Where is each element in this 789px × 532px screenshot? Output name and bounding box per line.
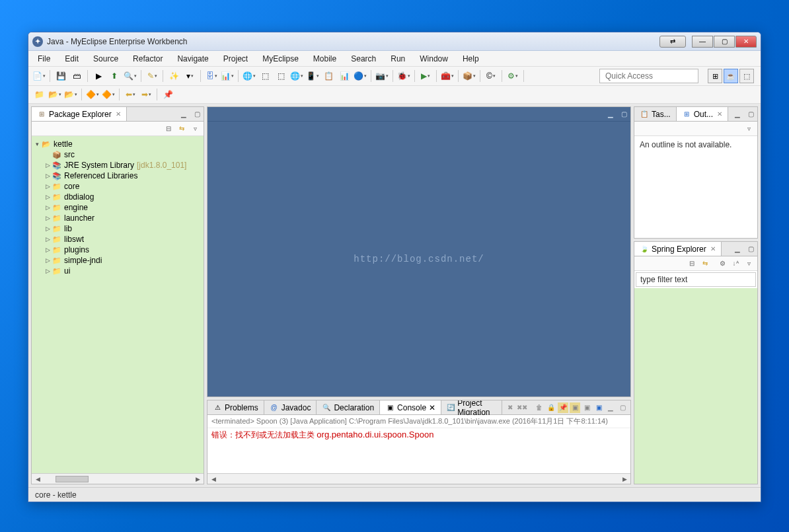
new-package-button[interactable]: 📦 (463, 69, 476, 83)
spring-filter-icon[interactable]: ⚙ (716, 258, 728, 270)
tree-node-JRE System Library[interactable]: ▷📚JRE System Library[jdk1.8.0_101] (33, 160, 202, 171)
spring-button[interactable]: ⬚ (274, 69, 287, 83)
menu-source[interactable]: Source (87, 52, 125, 65)
ext-tools-button[interactable]: 🧰 (441, 69, 454, 83)
package-explorer-tab[interactable]: ⊞ Package Explorer ✕ (32, 107, 127, 121)
pin-console-icon[interactable]: 📌 (558, 402, 568, 413)
minimize-view-icon[interactable]: ▁ (178, 109, 189, 120)
browser-button[interactable]: 🌐 (243, 69, 256, 83)
deploy-button[interactable]: ⬆ (108, 69, 121, 83)
problems-tab[interactable]: ⚠Problems (207, 400, 264, 414)
swap-button[interactable]: ⇄ (659, 36, 686, 48)
launch-button[interactable]: ▶ (92, 69, 105, 83)
tree-node-launcher[interactable]: ▷📁launcher (33, 213, 202, 223)
display-console-icon[interactable]: ▣ (570, 402, 580, 413)
link-editor-icon[interactable]: ⇆ (176, 123, 188, 135)
scroll-left-icon[interactable]: ◀ (209, 476, 218, 482)
back-button[interactable]: ⬅ (124, 88, 137, 101)
pin-button[interactable]: 📌 (161, 88, 174, 101)
outline-min-icon[interactable]: ▁ (732, 109, 743, 120)
tasks-tab[interactable]: 📋Tas... (634, 107, 677, 121)
console-min-icon[interactable]: ▁ (605, 402, 616, 413)
menu-mobile[interactable]: Mobile (307, 52, 343, 65)
menu-refactor[interactable]: Refactor (126, 52, 169, 65)
console-scrollbar[interactable]: ◀ ▶ (207, 473, 630, 484)
annotation-prev-icon[interactable]: 🔶 (102, 88, 115, 101)
expander-icon[interactable]: ▷ (44, 194, 52, 200)
outline-menu-icon[interactable]: ▿ (743, 123, 755, 135)
outline-tab[interactable]: ⊞Out...✕ (677, 107, 728, 121)
horizontal-scrollbar[interactable]: ◀ ▶ (32, 473, 204, 484)
expander-icon[interactable]: ▷ (44, 215, 52, 221)
app-button[interactable]: 📱 (306, 69, 319, 83)
close-icon[interactable]: ✕ (710, 245, 716, 252)
tree-node-dbdialog[interactable]: ▷📁dbdialog (33, 192, 202, 202)
spring-sort-icon[interactable]: ↓ᴬ (730, 258, 741, 270)
tree-node-engine[interactable]: ▷📁engine (33, 202, 202, 213)
debug-button[interactable]: 🐞 (397, 69, 410, 83)
close-icon[interactable]: ✕ (717, 110, 722, 118)
open-type-button[interactable]: ✎ (145, 69, 159, 83)
tree-node-src[interactable]: 📦src (33, 149, 202, 160)
expander-icon[interactable]: ▷ (44, 257, 52, 264)
menu-edit[interactable]: Edit (58, 52, 85, 65)
menu-navigate[interactable]: Navigate (170, 52, 215, 65)
menu-window[interactable]: Window (413, 52, 455, 65)
expander-icon[interactable]: ▷ (44, 268, 52, 274)
spring-link-icon[interactable]: ⇆ (699, 258, 711, 270)
expander-icon[interactable]: ▷ (44, 162, 52, 169)
j2ee-button[interactable]: 📊 (338, 69, 351, 83)
menu-file[interactable]: File (31, 52, 57, 65)
expander-icon[interactable]: ▷ (44, 247, 52, 253)
tree-node-plugins[interactable]: ▷📁plugins (33, 245, 202, 255)
spring-menu-icon[interactable]: ▿ (743, 258, 755, 270)
minimize-button[interactable]: — (692, 36, 713, 48)
wand-button[interactable]: ✨ (167, 69, 180, 83)
tree-node-simple-jndi[interactable]: ▷📁simple-jndi (33, 255, 202, 266)
new-class-button[interactable]: © (484, 69, 498, 83)
console-max-icon[interactable]: ▢ (617, 402, 628, 413)
menu-search[interactable]: Search (344, 52, 383, 65)
scroll-right-icon[interactable]: ▶ (620, 476, 629, 482)
scroll-left-icon[interactable]: ◀ (33, 476, 42, 482)
remove-launch-icon[interactable]: ✖ (505, 402, 515, 413)
new-button[interactable]: 📄 (32, 69, 46, 83)
spring-max-icon[interactable]: ▢ (745, 244, 756, 254)
server-button[interactable]: 🗄 (205, 69, 218, 83)
import-icon[interactable]: 📂 (64, 88, 77, 101)
scroll-right-icon[interactable]: ▶ (193, 476, 202, 482)
save-all-button[interactable]: 🗃 (70, 69, 83, 83)
close-button[interactable]: ✕ (735, 36, 757, 48)
editor-maximize-icon[interactable]: ▢ (619, 109, 629, 120)
tree-node-Referenced Libraries[interactable]: ▷📚Referenced Libraries (33, 171, 202, 181)
maximize-view-icon[interactable]: ▢ (192, 109, 202, 120)
outline-max-icon[interactable]: ▢ (745, 109, 756, 120)
spring-filter-input[interactable] (636, 272, 756, 287)
camera-button[interactable]: 📷 (375, 69, 389, 83)
menu-run[interactable]: Run (384, 52, 412, 65)
report-button[interactable]: 📋 (322, 69, 335, 83)
search-toolbar-button[interactable]: 🔍 (124, 69, 137, 83)
myeclipse-perspective-button[interactable]: ⬚ (739, 69, 754, 83)
tree-node-ui[interactable]: ▷📁ui (33, 266, 202, 276)
new-project-icon[interactable]: 📁 (32, 88, 46, 101)
editor-minimize-icon[interactable]: ▁ (605, 109, 616, 120)
project-label[interactable]: kettle (54, 139, 73, 149)
remove-all-icon[interactable]: ✖✖ (517, 402, 527, 413)
declaration-tab[interactable]: 🔍Declaration (317, 400, 380, 414)
console-tab[interactable]: ▣Console✕ (380, 400, 441, 414)
expander-icon[interactable]: ▷ (44, 236, 52, 243)
close-icon[interactable]: ✕ (429, 403, 435, 412)
open-console-icon[interactable]: ▣ (582, 402, 592, 413)
tree-project-root[interactable]: ▾📂kettle (33, 139, 202, 149)
tree-node-lib[interactable]: ▷📁lib (33, 223, 202, 234)
save-button[interactable]: 💾 (54, 69, 67, 83)
run-button[interactable]: ▶ (419, 69, 432, 83)
scroll-lock-icon[interactable]: 🔒 (546, 402, 556, 413)
clear-console-icon[interactable]: 🗑 (534, 402, 545, 413)
db-button[interactable]: 📊 (221, 69, 234, 83)
collapse-all-icon[interactable]: ⊟ (163, 123, 174, 135)
java-perspective-button[interactable]: ☕ (724, 69, 738, 83)
expander-icon[interactable]: ▷ (44, 225, 52, 232)
quick-access-input[interactable] (599, 69, 698, 83)
